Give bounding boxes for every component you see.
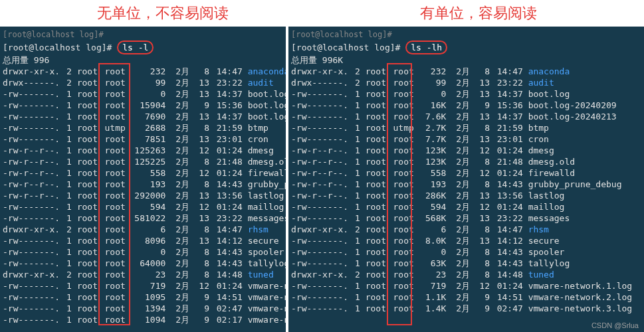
owner: root [77, 190, 100, 201]
size: 15904 [132, 100, 165, 111]
group: root [104, 224, 127, 235]
time: 15:36 [215, 100, 243, 111]
group: utmp [393, 122, 415, 133]
day: 13 [195, 111, 209, 122]
owner: root [366, 291, 388, 303]
group: root [393, 224, 415, 235]
links: 1 [352, 258, 360, 269]
owner: root [366, 122, 388, 133]
day: 13 [195, 88, 209, 100]
file-row: -rw-------. 1 root root 7.7K 2月 13 23:01… [291, 133, 641, 145]
file-row: -rw-------. 1 root root 63K 2月 8 14:43 t… [291, 258, 641, 269]
time: 14:12 [215, 235, 243, 246]
day: 12 [475, 167, 490, 179]
day: 13 [475, 77, 490, 88]
size: 232 [421, 66, 446, 77]
time: 01:24 [495, 145, 523, 156]
filename: vmware-network.3.log [528, 303, 633, 313]
owner: root [366, 100, 388, 111]
size: 123K [421, 156, 446, 167]
perm: -rw-r--r--. [291, 145, 347, 156]
filename: vmware-network.4.log [248, 315, 286, 325]
size: 6 [132, 224, 165, 235]
day: 13 [475, 133, 490, 145]
day: 13 [475, 212, 490, 224]
time: 14:43 [495, 246, 523, 258]
month: 2月 [451, 111, 470, 122]
group: root [104, 246, 127, 258]
day: 13 [195, 190, 209, 201]
time: 23:22 [215, 77, 243, 88]
file-row: -rw-r--r--. 1 root root 193 2月 8 14:43 g… [291, 179, 641, 190]
size: 1.1K [421, 291, 446, 303]
size: 125225 [132, 156, 165, 167]
links: 1 [64, 303, 72, 314]
owner: root [77, 246, 100, 258]
filename: tuned [528, 270, 554, 280]
links: 1 [352, 111, 360, 122]
time: 14:48 [215, 269, 243, 280]
prompt-line-left: [root@localhost log]# ls -l [3, 41, 283, 54]
owner: root [366, 269, 388, 280]
owner: root [77, 212, 100, 224]
owner: root [366, 246, 388, 258]
size: 8096 [132, 235, 165, 246]
perm: drwxr-xr-x. [3, 269, 58, 280]
file-row: -rw-------. 1 root root 1094 2月 9 02:17 … [3, 314, 283, 325]
owner: root [366, 88, 388, 100]
links: 1 [352, 280, 360, 291]
time: 14:12 [495, 235, 523, 246]
size: 7.7K [421, 133, 446, 145]
terminal-right[interactable]: [root@localhost log]# [root@localhost lo… [288, 27, 644, 332]
perm: -rw-------. [3, 280, 58, 291]
group: root [104, 258, 127, 269]
day: 12 [195, 167, 209, 179]
perm: -rw-------. [291, 258, 347, 269]
day: 13 [195, 77, 209, 88]
time: 14:37 [495, 111, 523, 122]
owner: root [77, 314, 100, 325]
month: 2月 [171, 66, 189, 77]
perm: -rw-r--r--. [291, 167, 347, 179]
group: root [104, 291, 127, 303]
size: 1.4K [421, 303, 446, 314]
file-row: -rw-r--r--. 1 root root 125263 2月 12 01:… [3, 145, 283, 156]
terminal-left[interactable]: [root@localhost log]# [root@localhost lo… [0, 27, 286, 332]
filename: boot.log-20240209 [528, 100, 617, 110]
links: 1 [64, 145, 72, 156]
links: 1 [64, 258, 72, 269]
filename: firewalld [248, 168, 286, 178]
file-listing-right: drwxr-xr-x. 2 root root 232 2月 8 14:47 a… [291, 66, 641, 314]
time: 14:47 [215, 224, 243, 235]
month: 2月 [451, 201, 470, 212]
time: 14:51 [495, 291, 523, 303]
time: 01:24 [495, 280, 523, 291]
links: 1 [352, 133, 360, 145]
size: 0 [132, 88, 165, 100]
perm: drwxr-xr-x. [3, 66, 58, 77]
size: 6 [421, 224, 446, 235]
perm: -rw-------. [3, 291, 58, 303]
owner: root [366, 156, 388, 167]
time: 14:43 [215, 246, 243, 258]
month: 2月 [451, 258, 470, 269]
links: 1 [64, 190, 72, 201]
headers: 无单位，不容易阅读 有单位，容易阅读 [0, 0, 644, 27]
perm: -rw-------. [291, 133, 347, 145]
owner: root [77, 201, 100, 212]
size: 7851 [132, 133, 165, 145]
size: 1095 [132, 291, 165, 303]
owner: root [77, 303, 100, 314]
time: 13:56 [215, 190, 243, 201]
links: 2 [64, 224, 72, 235]
perm: -rw-------. [3, 122, 58, 133]
filename: anaconda [528, 66, 570, 76]
links: 1 [352, 190, 360, 201]
day: 8 [195, 246, 209, 258]
day: 8 [195, 179, 209, 190]
group: root [104, 145, 127, 156]
size: 594 [132, 201, 165, 212]
time: 21:48 [495, 156, 523, 167]
file-row: drwx------. 2 root root 99 2月 13 23:22 a… [3, 77, 283, 88]
header-left: 无单位，不容易阅读 [0, 3, 286, 23]
